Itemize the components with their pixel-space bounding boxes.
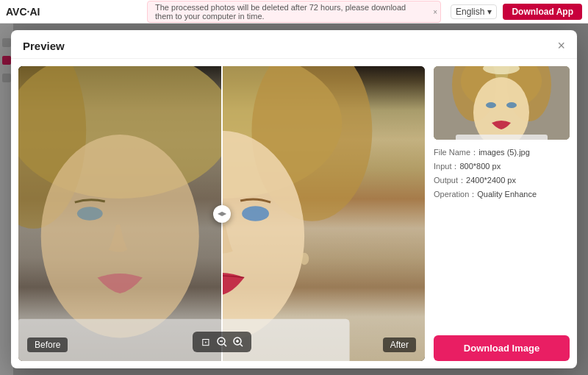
- zoom-fit-button[interactable]: ⊡: [198, 335, 213, 349]
- before-label: Before: [27, 338, 68, 352]
- svg-point-27: [486, 102, 496, 108]
- modal-title: Preview: [23, 40, 65, 52]
- modal-header: Preview ×: [11, 30, 577, 59]
- zoom-in-icon: [233, 337, 243, 347]
- notification-text: The processed photos will be deleted aft…: [155, 3, 406, 21]
- top-bar: AVC·AI The processed photos will be dele…: [0, 0, 588, 24]
- notification-container: The processed photos will be deleted aft…: [147, 1, 441, 23]
- language-selector[interactable]: English ▾: [451, 4, 497, 19]
- thumbnail-svg: [434, 66, 570, 140]
- zoom-out-button[interactable]: [215, 335, 229, 349]
- language-label: English: [456, 7, 484, 17]
- modal-close-button[interactable]: ×: [557, 39, 565, 52]
- thumbnail-container: [434, 66, 570, 140]
- thumbnail-face: [434, 66, 570, 140]
- notification-close-icon[interactable]: ×: [433, 7, 437, 15]
- zoom-controls: ⊡: [193, 332, 251, 352]
- svg-line-20: [240, 344, 243, 346]
- spacer: [434, 207, 570, 328]
- file-info: File Name：images (5).jpg Input：800*800 p…: [434, 147, 570, 200]
- file-name-label: File Name：: [434, 148, 478, 157]
- compare-divider-handle[interactable]: ◀▶: [213, 205, 231, 223]
- output-row: Output：2400*2400 px: [434, 175, 570, 186]
- svg-rect-29: [456, 135, 548, 140]
- operation-value: Quality Enhance: [477, 190, 537, 199]
- svg-point-5: [242, 206, 269, 221]
- operation-row: Operation：Quality Enhance: [434, 189, 570, 200]
- svg-point-8: [300, 253, 309, 265]
- logo-text: AVC·AI: [6, 6, 40, 18]
- output-label: Output：: [434, 176, 466, 185]
- before-face-svg: [18, 66, 222, 361]
- input-row: Input：800*800 px: [434, 161, 570, 172]
- svg-line-16: [224, 344, 226, 346]
- zoom-in-button[interactable]: [231, 335, 245, 349]
- download-app-button[interactable]: Download App: [503, 4, 582, 20]
- svg-point-12: [77, 207, 103, 220]
- file-name-row: File Name：images (5).jpg: [434, 147, 570, 158]
- notification-bar: The processed photos will be deleted aft…: [147, 1, 441, 23]
- chevron-down-icon: ▾: [487, 7, 492, 17]
- input-value: 800*800 px: [459, 162, 501, 171]
- preview-modal: Preview ×: [11, 30, 577, 368]
- top-bar-right: English ▾ Download App: [451, 4, 582, 20]
- modal-overlay: Preview ×: [0, 24, 588, 375]
- after-label: After: [383, 338, 416, 352]
- before-image: [18, 66, 222, 361]
- input-label: Input：: [434, 162, 459, 171]
- zoom-out-icon: [217, 337, 227, 347]
- file-name-value: images (5).jpg: [478, 148, 530, 157]
- logo: AVC·AI: [6, 6, 40, 18]
- download-image-button[interactable]: Download Image: [434, 335, 570, 361]
- operation-label: Operation：: [434, 190, 477, 199]
- image-compare-container[interactable]: ◀▶ Before After ⊡: [18, 66, 425, 361]
- output-value: 2400*2400 px: [466, 176, 516, 185]
- svg-point-28: [506, 102, 517, 108]
- modal-body: ◀▶ Before After ⊡: [11, 59, 577, 368]
- right-panel: File Name：images (5).jpg Input：800*800 p…: [434, 66, 570, 361]
